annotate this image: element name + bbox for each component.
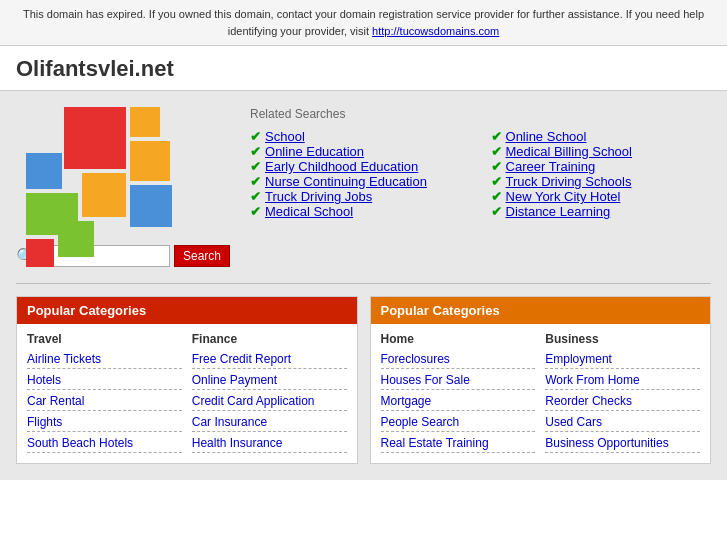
checkmark-icon: ✔ xyxy=(250,159,261,174)
popular-link[interactable]: Mortgage xyxy=(381,392,536,411)
checkmark-icon: ✔ xyxy=(250,204,261,219)
site-title: Olifantsvlei.net xyxy=(16,56,711,82)
popular-link[interactable]: Used Cars xyxy=(545,413,700,432)
search-item: ✔Career Training xyxy=(491,159,711,174)
search-link[interactable]: Online Education xyxy=(265,144,364,159)
popular-left-col2-links: Free Credit ReportOnline PaymentCredit C… xyxy=(192,350,347,453)
popular-left-col2-title: Finance xyxy=(192,332,347,346)
popular-link[interactable]: Health Insurance xyxy=(192,434,347,453)
search-item: ✔School xyxy=(250,129,470,144)
checkmark-icon: ✔ xyxy=(250,144,261,159)
popular-box-right: Popular Categories Home ForeclosuresHous… xyxy=(370,296,712,464)
popular-box-left: Popular Categories Travel Airline Ticket… xyxy=(16,296,358,464)
search-link[interactable]: Medical Billing School xyxy=(506,144,632,159)
popular-link[interactable]: Car Insurance xyxy=(192,413,347,432)
popular-link[interactable]: Foreclosures xyxy=(381,350,536,369)
logo-search-col: 🔍 Search xyxy=(16,107,230,267)
search-item: ✔Online Education xyxy=(250,144,470,159)
search-link[interactable]: Medical School xyxy=(265,204,353,219)
search-link[interactable]: School xyxy=(265,129,305,144)
checkmark-icon: ✔ xyxy=(250,129,261,144)
related-searches: Related Searches ✔School✔Online Educatio… xyxy=(230,107,711,219)
popular-link[interactable]: Business Opportunities xyxy=(545,434,700,453)
popular-link[interactable]: Employment xyxy=(545,350,700,369)
checkmark-icon: ✔ xyxy=(491,174,502,189)
search-link[interactable]: Distance Learning xyxy=(506,204,611,219)
search-link[interactable]: Online School xyxy=(506,129,587,144)
logo-block xyxy=(26,153,62,189)
search-link[interactable]: Nurse Continuing Education xyxy=(265,174,427,189)
search-item: ✔Medical Billing School xyxy=(491,144,711,159)
popular-right-col1-links: ForeclosuresHouses For SaleMortgagePeopl… xyxy=(381,350,536,453)
searches-right: ✔Online School✔Medical Billing School✔Ca… xyxy=(491,129,711,219)
popular-link[interactable]: People Search xyxy=(381,413,536,432)
popular-link[interactable]: Flights xyxy=(27,413,182,432)
search-link[interactable]: Early Childhood Education xyxy=(265,159,418,174)
popular-link[interactable]: South Beach Hotels xyxy=(27,434,182,453)
search-link[interactable]: Career Training xyxy=(506,159,596,174)
logo-block xyxy=(130,107,160,137)
popular-box-right-header: Popular Categories xyxy=(371,297,711,324)
search-link[interactable]: Truck Driving Schools xyxy=(506,174,632,189)
popular-box-left-header: Popular Categories xyxy=(17,297,357,324)
search-item: ✔Nurse Continuing Education xyxy=(250,174,470,189)
checkmark-icon: ✔ xyxy=(491,189,502,204)
searches-grid: ✔School✔Online Education✔Early Childhood… xyxy=(250,129,711,219)
search-item: ✔Early Childhood Education xyxy=(250,159,470,174)
popular-box-right-content: Home ForeclosuresHouses For SaleMortgage… xyxy=(371,324,711,463)
popular-right-col2-title: Business xyxy=(545,332,700,346)
checkmark-icon: ✔ xyxy=(491,204,502,219)
popular-link[interactable]: Online Payment xyxy=(192,371,347,390)
popular-left-col2: Finance Free Credit ReportOnline Payment… xyxy=(192,332,347,455)
checkmark-icon: ✔ xyxy=(250,189,261,204)
related-searches-title: Related Searches xyxy=(250,107,711,121)
top-banner: This domain has expired. If you owned th… xyxy=(0,0,727,46)
search-button[interactable]: Search xyxy=(174,245,230,267)
search-item: ✔Medical School xyxy=(250,204,470,219)
search-item: ✔Online School xyxy=(491,129,711,144)
banner-link[interactable]: http://tucowsdomains.com xyxy=(372,25,499,37)
logo xyxy=(16,107,176,237)
checkmark-icon: ✔ xyxy=(491,159,502,174)
search-item: ✔Truck Driving Schools xyxy=(491,174,711,189)
popular-link[interactable]: Airline Tickets xyxy=(27,350,182,369)
checkmark-icon: ✔ xyxy=(491,129,502,144)
checkmark-icon: ✔ xyxy=(250,174,261,189)
banner-text: This domain has expired. If you owned th… xyxy=(23,8,704,37)
popular-link[interactable]: Car Rental xyxy=(27,392,182,411)
popular-left-col1: Travel Airline TicketsHotelsCar RentalFl… xyxy=(27,332,182,455)
logo-block xyxy=(130,185,172,227)
popular-link[interactable]: Houses For Sale xyxy=(381,371,536,390)
popular-link[interactable]: Credit Card Application xyxy=(192,392,347,411)
popular-link[interactable]: Reorder Checks xyxy=(545,392,700,411)
search-link[interactable]: Truck Driving Jobs xyxy=(265,189,372,204)
popular-box-left-content: Travel Airline TicketsHotelsCar RentalFl… xyxy=(17,324,357,463)
popular-left-col1-title: Travel xyxy=(27,332,182,346)
logo-block xyxy=(26,239,54,267)
search-item: ✔New York City Hotel xyxy=(491,189,711,204)
popular-link[interactable]: Free Credit Report xyxy=(192,350,347,369)
divider xyxy=(16,283,711,284)
popular-right-col2: Business EmploymentWork From HomeReorder… xyxy=(545,332,700,455)
popular-right-col1-title: Home xyxy=(381,332,536,346)
popular-right-col2-links: EmploymentWork From HomeReorder ChecksUs… xyxy=(545,350,700,453)
popular-right-col1: Home ForeclosuresHouses For SaleMortgage… xyxy=(381,332,536,455)
main-content: 🔍 Search Related Searches ✔School✔Online… xyxy=(0,91,727,480)
logo-block xyxy=(58,221,94,257)
logo-block xyxy=(130,141,170,181)
popular-link[interactable]: Real Estate Training xyxy=(381,434,536,453)
top-section: 🔍 Search Related Searches ✔School✔Online… xyxy=(16,107,711,267)
search-item: ✔Distance Learning xyxy=(491,204,711,219)
popular-link[interactable]: Hotels xyxy=(27,371,182,390)
search-item: ✔Truck Driving Jobs xyxy=(250,189,470,204)
logo-block xyxy=(64,107,126,169)
header: Olifantsvlei.net xyxy=(0,46,727,91)
popular-left-col1-links: Airline TicketsHotelsCar RentalFlightsSo… xyxy=(27,350,182,453)
checkmark-icon: ✔ xyxy=(491,144,502,159)
search-link[interactable]: New York City Hotel xyxy=(506,189,621,204)
popular-link[interactable]: Work From Home xyxy=(545,371,700,390)
searches-left: ✔School✔Online Education✔Early Childhood… xyxy=(250,129,470,219)
logo-block xyxy=(82,173,126,217)
popular-section: Popular Categories Travel Airline Ticket… xyxy=(16,296,711,464)
